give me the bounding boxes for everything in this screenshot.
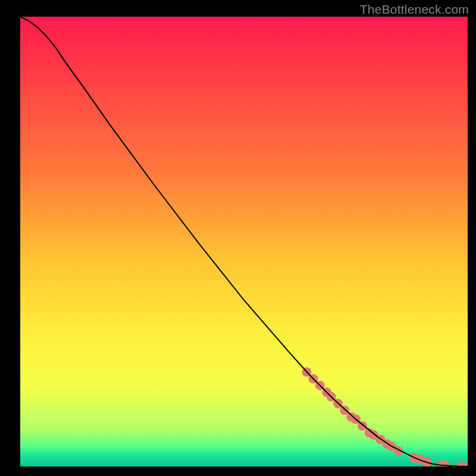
- gradient-background: [20, 17, 468, 466]
- watermark-text: TheBottleneck.com: [360, 2, 469, 17]
- chart-svg: [20, 17, 468, 466]
- chart-frame: TheBottleneck.com: [0, 0, 476, 476]
- plot-area: [20, 17, 468, 466]
- data-point-marker: [340, 406, 349, 415]
